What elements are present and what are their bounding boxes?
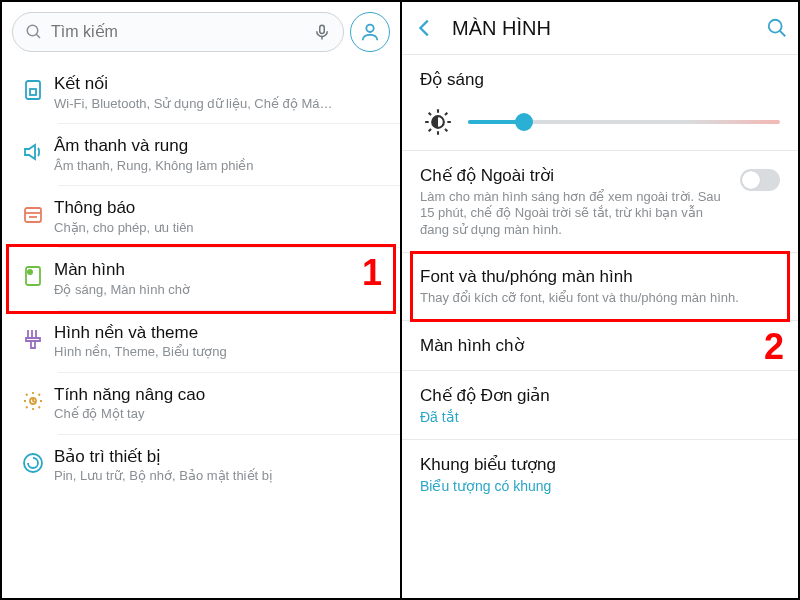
voice-icon[interactable] [313,23,331,41]
settings-row-maint[interactable]: Bảo trì thiết bịPin, Lưu trữ, Bộ nhớ, Bả… [2,435,400,496]
row-sub: Hình nền, Theme, Biểu tượng [54,344,388,360]
row-title: Màn hình [54,260,388,280]
sim-icon [12,74,54,102]
row-title: Hình nền và theme [54,323,388,343]
search-icon [25,23,43,41]
row-title: Kết nối [54,74,388,94]
settings-row-advanced[interactable]: Tính năng nâng caoChế độ Một tay [2,373,400,434]
display-icon [12,260,54,288]
font-desc: Thay đổi kích cỡ font, kiểu font và thu/… [420,290,780,306]
svg-rect-2 [320,25,325,33]
row-sub: Âm thanh, Rung, Không làm phiền [54,158,388,174]
badge-icon [12,198,54,226]
display-header: MÀN HÌNH [402,2,798,54]
brightness-slider[interactable] [468,110,780,134]
settings-row-badge[interactable]: Thông báoChặn, cho phép, ưu tiên [2,186,400,247]
standby-title: Màn hình chờ [420,335,780,356]
iconframe-value: Biểu tượng có khung [420,478,780,494]
brush-icon [12,323,54,351]
svg-point-0 [27,25,38,36]
simple-title: Chế độ Đơn giản [420,385,780,406]
simple-value: Đã tắt [420,409,780,425]
search-input[interactable] [51,23,305,41]
settings-main-panel: Kết nốiWi-Fi, Bluetooth, Sử dụng dữ liệu… [2,2,400,598]
search-icon[interactable] [766,17,788,39]
search-bar[interactable] [12,12,344,52]
iconframe-title: Khung biểu tượng [420,454,780,475]
font-title: Font và thu/phóng màn hình [420,267,780,287]
svg-rect-5 [26,81,40,99]
row-sub: Wi-Fi, Bluetooth, Sử dụng dữ liệu, Chế đ… [54,96,388,112]
svg-rect-6 [30,89,36,95]
simple-mode-row[interactable]: Chế độ Đơn giản Đã tắt [402,371,798,439]
row-title: Thông báo [54,198,388,218]
brightness-label: Độ sáng [420,69,780,90]
row-sub: Chế độ Một tay [54,406,388,422]
page-title: MÀN HÌNH [452,17,766,40]
svg-rect-7 [25,208,41,222]
back-icon[interactable] [412,15,438,41]
svg-point-4 [366,25,373,32]
svg-point-14 [769,20,782,33]
outdoor-desc: Làm cho màn hình sáng hơn để xem ngoài t… [420,189,730,238]
svg-line-1 [36,34,40,38]
standby-row[interactable]: Màn hình chờ [402,321,798,370]
settings-row-brush[interactable]: Hình nền và themeHình nền, Theme, Biểu t… [2,311,400,372]
row-sub: Pin, Lưu trữ, Bộ nhớ, Bảo mật thiết bị [54,468,388,484]
icon-frame-row[interactable]: Khung biểu tượng Biểu tượng có khung [402,440,798,508]
row-sub: Chặn, cho phép, ưu tiên [54,220,388,236]
row-title: Tính năng nâng cao [54,385,388,405]
row-title: Bảo trì thiết bị [54,447,388,467]
settings-list: Kết nốiWi-Fi, Bluetooth, Sử dụng dữ liệu… [2,62,400,496]
svg-point-11 [27,269,33,275]
font-zoom-row[interactable]: Font và thu/phóng màn hình Thay đổi kích… [402,253,798,320]
outdoor-mode-row[interactable]: Chế độ Ngoài trời Làm cho màn hình sáng … [402,151,798,252]
row-title: Âm thanh và rung [54,136,388,156]
svg-point-13 [24,454,42,472]
profile-button[interactable] [350,12,390,52]
brightness-section: Độ sáng [402,55,798,150]
settings-row-display[interactable]: Màn hìnhĐộ sáng, Màn hình chờ [2,248,400,309]
outdoor-toggle[interactable] [740,169,780,191]
svg-line-15 [780,31,786,37]
settings-row-sim[interactable]: Kết nốiWi-Fi, Bluetooth, Sử dụng dữ liệu… [2,62,400,123]
advanced-icon [12,385,54,413]
display-settings-panel: MÀN HÌNH Độ sáng Chế độ Ngoài trời Làm c… [402,2,798,598]
settings-row-sound[interactable]: Âm thanh và rungÂm thanh, Rung, Không là… [2,124,400,185]
maint-icon [12,447,54,475]
outdoor-title: Chế độ Ngoài trời [420,165,730,186]
brightness-icon [424,108,452,136]
sound-icon [12,136,54,164]
row-sub: Độ sáng, Màn hình chờ [54,282,388,298]
